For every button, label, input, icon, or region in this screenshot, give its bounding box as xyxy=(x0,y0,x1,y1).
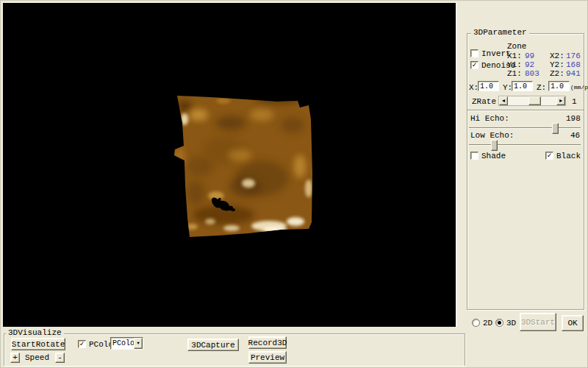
zone-z1-label: Z1: xyxy=(507,69,522,78)
speed-label: Speed xyxy=(25,353,49,362)
low-echo-slider[interactable] xyxy=(469,140,581,151)
hi-echo-value: 198 xyxy=(566,114,581,123)
hi-echo-thumb[interactable] xyxy=(552,123,559,134)
zone-y1-label: Y1: xyxy=(507,60,522,69)
shade-checkbox[interactable] xyxy=(470,152,478,160)
invert-checkbox[interactable] xyxy=(470,49,478,57)
speed-plus-button[interactable]: + xyxy=(10,353,20,363)
low-echo-value: 46 xyxy=(570,131,580,140)
3dstart-button[interactable]: 3DStart xyxy=(520,313,556,331)
zone-y2-value: 168 xyxy=(566,60,581,69)
zrate-left-arrow-icon[interactable]: ◄ xyxy=(499,96,508,105)
hi-echo-label: Hi Echo: xyxy=(470,114,509,123)
3dcapture-button[interactable]: 3DCapture xyxy=(187,339,239,351)
zone-x2-value: 176 xyxy=(566,52,581,60)
zrate-scrollbar[interactable]: ◄ ► xyxy=(498,96,566,106)
app-window: 3DParameter Invert ✓ Denoise Zone X1: 99… xyxy=(0,0,588,368)
zone-x1-label: X1: xyxy=(507,52,522,60)
black-label: Black xyxy=(556,152,581,160)
preview-button[interactable]: Preview xyxy=(248,351,287,364)
low-echo-thumb[interactable] xyxy=(491,140,498,151)
zrate-scroll-thumb[interactable] xyxy=(528,96,541,105)
ok-button[interactable]: OK xyxy=(562,315,584,331)
pcolor-dropdown[interactable]: PColor ▼ xyxy=(110,337,143,350)
zone-label: Zone xyxy=(507,42,526,51)
radio-3d[interactable] xyxy=(495,319,503,327)
black-checkbox[interactable]: ✓ xyxy=(545,152,553,160)
zone-x1-value: 99 xyxy=(525,52,534,60)
scale-z-input[interactable] xyxy=(548,81,570,91)
zone-y2-label: Y2: xyxy=(550,60,564,69)
shade-label: Shade xyxy=(481,152,506,160)
low-echo-track xyxy=(469,144,581,146)
zrate-label: ZRate xyxy=(472,97,496,106)
zrate-value: 1 xyxy=(572,97,577,106)
scale-y-input[interactable] xyxy=(512,81,533,91)
radio-2d-label: 2D xyxy=(483,319,492,328)
low-echo-label: Low Echo: xyxy=(470,131,514,140)
check-icon: ✓ xyxy=(472,62,476,68)
check-icon: ✓ xyxy=(547,152,551,159)
zone-y1-value: 92 xyxy=(525,60,534,69)
pcolor-checkbox[interactable]: ✓ xyxy=(78,340,86,348)
invert-label: Invert xyxy=(481,49,511,58)
ultrasound-render xyxy=(166,85,318,244)
scale-x-input[interactable] xyxy=(478,81,499,91)
scale-z-label: Z: xyxy=(537,83,546,92)
zone-z2-value: 941 xyxy=(566,69,581,78)
viewport-3d[interactable] xyxy=(3,3,457,327)
scale-unit-label: (mm/p) xyxy=(570,84,588,91)
param-group-title: 3DParameter xyxy=(471,28,529,37)
hi-echo-track xyxy=(469,127,581,129)
start-rotate-button[interactable]: StartRotate xyxy=(11,338,65,350)
record3d-button[interactable]: Record3D xyxy=(248,336,287,349)
check-icon: ✓ xyxy=(79,341,84,347)
param-groupbox: 3DParameter Invert ✓ Denoise Zone X1: 99… xyxy=(467,33,584,310)
zone-x2-label: X2: xyxy=(550,52,564,60)
visualize-groupbox: 3DVisualize StartRotate + Speed - ✓ PCol… xyxy=(4,333,465,366)
radio-3d-label: 3D xyxy=(506,319,516,328)
zone-z1-value: 803 xyxy=(525,69,539,78)
radio-2d[interactable] xyxy=(472,319,480,327)
speed-minus-button[interactable]: - xyxy=(55,353,65,363)
chevron-down-icon[interactable]: ▼ xyxy=(134,338,143,349)
zrate-right-arrow-icon[interactable]: ► xyxy=(556,96,565,105)
visualize-group-title: 3DVisualize xyxy=(6,328,64,337)
denoise-checkbox[interactable]: ✓ xyxy=(470,61,478,69)
separator xyxy=(467,110,584,111)
zone-z2-label: Z2: xyxy=(550,69,564,78)
